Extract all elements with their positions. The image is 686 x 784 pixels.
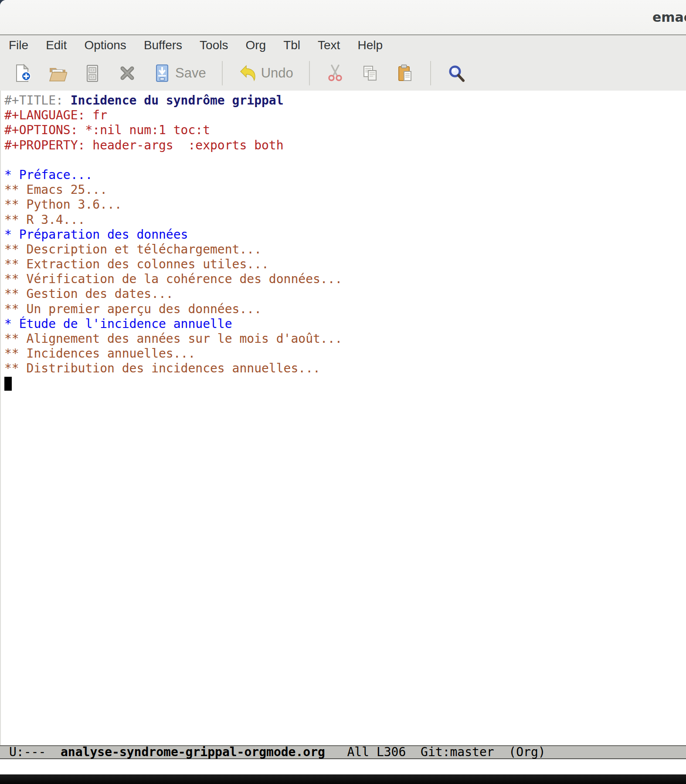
buffer-text-segment: * Préparation des données xyxy=(4,227,188,242)
text-cursor xyxy=(4,377,12,391)
buffer-line: * Préface... xyxy=(4,168,686,182)
save-buffer-button[interactable]: Save xyxy=(153,64,206,83)
buffer-line: ** Emacs 25... xyxy=(4,182,686,197)
new-file-icon xyxy=(13,64,32,83)
save-icon xyxy=(153,64,172,83)
buffer-text-segment: ** R 3.4... xyxy=(4,213,85,227)
buffer-text-segment: ** Un premier aperçu des données... xyxy=(4,302,261,316)
undo-label: Undo xyxy=(261,65,293,81)
buffer-text-segment: #+OPTIONS: *:nil num:1 toc:t xyxy=(4,123,210,137)
menu-org[interactable]: Org xyxy=(237,38,275,52)
close-buffer-button[interactable] xyxy=(118,64,137,83)
buffer-line: ** R 3.4... xyxy=(4,213,686,227)
buffer-text-segment: ** Gestion des dates... xyxy=(4,287,173,301)
modeline-buffer-name: analyse-syndrome-grippal-orgmode.org xyxy=(61,745,325,759)
window-title: emacs xyxy=(652,10,686,25)
search-icon xyxy=(447,64,466,83)
file-cabinet-icon xyxy=(83,64,102,83)
save-buffer-label: Save xyxy=(175,65,206,81)
new-file-button[interactable] xyxy=(13,64,32,83)
buffer-line xyxy=(4,376,686,391)
toolbar-separator xyxy=(430,61,431,85)
open-file-button[interactable] xyxy=(48,64,67,83)
toolbar: SaveUndo xyxy=(0,55,686,91)
toolbar-separator xyxy=(222,61,223,85)
emacs-window: emacs FileEditOptionsBuffersToolsOrgTblT… xyxy=(0,0,686,784)
undo-icon xyxy=(238,64,258,83)
buffer-line: ** Alignement des années sur le mois d'a… xyxy=(4,331,686,346)
buffer-text-segment: ** Python 3.6... xyxy=(4,197,122,212)
menu-edit[interactable]: Edit xyxy=(37,38,75,52)
buffer-text-segment: * Préface... xyxy=(4,168,92,182)
buffer-text-segment: ** Description et téléchargement... xyxy=(4,242,261,257)
close-icon xyxy=(118,64,137,83)
buffer-text-segment: ** Emacs 25... xyxy=(4,182,107,197)
menu-text[interactable]: Text xyxy=(309,38,349,52)
buffer-line: #+TITLE: Incidence du syndrôme grippal xyxy=(4,93,686,108)
buffer-line: ** Un premier aperçu des données... xyxy=(4,302,686,317)
buffer-text-segment: #+TITLE: xyxy=(4,93,71,108)
buffer-text-segment: Incidence du syndrôme grippal xyxy=(71,93,284,108)
buffer-line: #+OPTIONS: *:nil num:1 toc:t xyxy=(4,123,686,138)
buffer-text-segment: #+PROPERTY: header-args :exports both xyxy=(4,138,284,152)
modeline-position: All L306 xyxy=(347,745,406,759)
buffer-text-segment: * Étude de l'incidence annuelle xyxy=(4,317,232,331)
buffer-line: #+LANGUAGE: fr xyxy=(4,108,686,123)
buffer-text-segment: ** Incidences annuelles... xyxy=(4,346,195,361)
buffer-text-segment: ** Extraction des colonnes utiles... xyxy=(4,257,269,271)
menubar: FileEditOptionsBuffersToolsOrgTblTextHel… xyxy=(0,35,686,55)
copy-button[interactable] xyxy=(360,64,380,83)
menu-options[interactable]: Options xyxy=(75,38,135,52)
buffer-line: ** Incidences annuelles... xyxy=(4,346,686,361)
buffer-line: * Étude de l'incidence annuelle xyxy=(4,317,686,331)
buffer-line: ** Vérification de la cohérence des donn… xyxy=(4,272,686,287)
buffer-line: ** Description et téléchargement... xyxy=(4,242,686,257)
cut-button[interactable] xyxy=(326,64,345,83)
buffer-line: ** Python 3.6... xyxy=(4,197,686,212)
echo-area: <s-f11> is undefined xyxy=(0,759,686,774)
buffer-text-segment: ** Alignement des années sur le mois d'a… xyxy=(4,331,342,346)
buffer-line: #+PROPERTY: header-args :exports both xyxy=(4,138,686,153)
dired-button[interactable] xyxy=(83,64,102,83)
modeline: U:--- analyse-syndrome-grippal-orgmode.o… xyxy=(0,745,686,759)
buffer-text-segment: ** Distribution des incidences annuelles… xyxy=(4,361,320,375)
buffer-text-segment: ** Vérification de la cohérence des donn… xyxy=(4,272,342,286)
modeline-vc-status: Git:master xyxy=(421,745,494,759)
buffer-line: * Préparation des données xyxy=(4,227,686,242)
open-folder-icon xyxy=(48,64,67,83)
buffer-line: ** Distribution des incidences annuelles… xyxy=(4,361,686,376)
window-bottom-edge xyxy=(0,774,686,784)
menu-tbl[interactable]: Tbl xyxy=(275,38,309,52)
paste-button[interactable] xyxy=(395,64,414,83)
buffer-line: ** Gestion des dates... xyxy=(4,287,686,301)
undo-button[interactable]: Undo xyxy=(238,64,293,83)
titlebar: emacs xyxy=(0,0,686,35)
menu-file[interactable]: File xyxy=(0,38,37,52)
modeline-coding: U:--- xyxy=(9,745,46,759)
menu-help[interactable]: Help xyxy=(349,38,391,52)
paste-icon xyxy=(395,64,414,83)
cut-icon xyxy=(326,64,345,83)
modeline-major-mode: (Org) xyxy=(509,745,545,759)
buffer-text-segment: #+LANGUAGE: fr xyxy=(4,108,107,122)
isearch-button[interactable] xyxy=(447,64,466,83)
toolbar-separator xyxy=(309,61,310,85)
copy-icon xyxy=(360,64,380,83)
menu-tools[interactable]: Tools xyxy=(191,38,237,52)
buffer-line: ** Extraction des colonnes utiles... xyxy=(4,257,686,272)
buffer-line xyxy=(4,153,686,168)
menu-buffers[interactable]: Buffers xyxy=(135,38,191,52)
text-buffer[interactable]: #+TITLE: Incidence du syndrôme grippal#+… xyxy=(0,91,686,745)
